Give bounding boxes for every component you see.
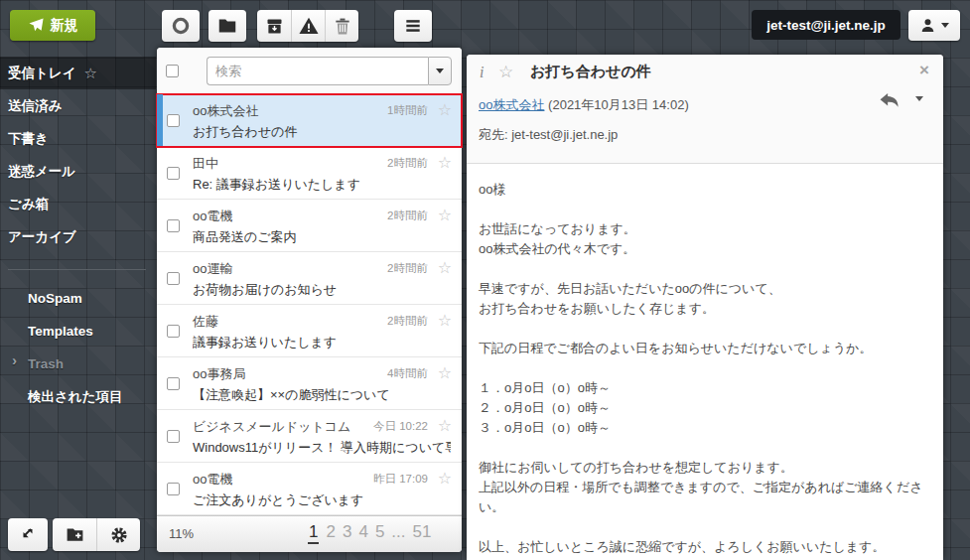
message-time: 2時間前 [387,314,428,329]
gear-icon [109,525,129,545]
message-time: 2時間前 [387,156,428,171]
folder-list: 受信トレイ ☆ 送信済み 下書き 迷惑メール ごみ箱 アーカイブ [0,57,156,253]
folder-label: 検出された項目 [28,388,122,406]
sidebar-folder-item[interactable]: 受信トレイ ☆ [0,57,156,89]
sidebar-extra-folder-item[interactable]: › Trash [0,348,156,380]
folder-settings-button[interactable] [96,518,140,551]
archive-button[interactable] [257,10,291,42]
message-checkbox[interactable] [167,377,180,390]
trash-icon [333,16,352,37]
message-list-item[interactable]: oo株式会社 お打ち合わせの件 1時間前 ☆ [157,94,462,147]
message-rows: oo株式会社 お打ち合わせの件 1時間前 ☆ 田中 Re: 議事録お送りいたしま… [157,94,462,515]
collapse-icon [19,526,37,544]
close-icon[interactable]: × [919,61,929,80]
reply-arrow-icon [879,92,901,109]
page-number[interactable]: 4 [358,522,367,544]
expand-arrow-icon[interactable]: › [12,351,17,368]
star-icon[interactable]: ☆ [498,62,513,82]
select-all-checkbox[interactable] [166,65,179,77]
folder-label: 受信トレイ [8,65,75,82]
message-subject: Windows11がリリース！ 導入時期について専... [193,439,451,457]
user-menu-button[interactable] [908,10,960,41]
message-time: 4時間前 [387,366,428,381]
star-icon[interactable]: ☆ [438,100,452,119]
message-time: 今日 10:22 [373,419,428,434]
paper-plane-icon [28,17,45,34]
reading-pane: i ☆ お打ち合わせの件 × oo株式会社 (2021年10月13日 14:02… [467,55,943,560]
delete-button[interactable] [325,10,358,42]
page-number[interactable]: 51 [413,522,432,544]
message-list-item[interactable]: ビジネスメールドットコム Windows11がリリース！ 導入時期について専..… [157,410,462,463]
quota-indicator: 11% [169,526,194,541]
message-subject: お打ち合わせの件 [530,63,651,81]
page-number[interactable]: 3 [343,522,351,544]
star-icon[interactable]: ☆ [438,469,452,488]
message-checkbox[interactable] [167,325,180,338]
sidebar-extra-folder-item[interactable]: Templates [0,315,156,348]
sidebar-extra-folder-item[interactable]: NoSpam [0,282,156,315]
page-number[interactable]: 2 [326,522,335,544]
reply-button[interactable] [879,92,901,109]
message-subject: 【注意喚起】××の脆弱性について [193,386,390,404]
reading-pane-header: i ☆ お打ち合わせの件 × oo株式会社 (2021年10月13日 14:02… [467,55,943,164]
search-options-button[interactable] [428,57,452,85]
move-to-folder-button[interactable] [208,10,246,42]
folder-label: アーカイブ [8,228,76,246]
message-checkbox[interactable] [167,219,180,232]
search-input[interactable] [207,57,428,85]
message-subject: お打ち合わせの件 [193,123,298,141]
page-number[interactable]: 1 [308,522,319,544]
star-icon[interactable]: ☆ [83,65,96,82]
spam-warning-icon [298,15,320,37]
message-checkbox[interactable] [167,430,180,443]
add-folder-button[interactable] [53,518,96,551]
message-checkbox[interactable] [167,114,180,127]
sender-link[interactable]: oo株式会社 [479,97,544,112]
refresh-button[interactable] [162,10,200,42]
message-body: oo様 お世話になっております。 oo株式会社の代々木です。 早速ですが、先日お… [467,164,943,560]
sidebar-folder-item[interactable]: ごみ箱 [0,188,156,220]
chevron-down-icon [915,96,923,118]
star-icon[interactable]: ☆ [438,153,452,172]
message-list-item[interactable]: oo電機 ご注文ありがとうございます 昨日 17:09 ☆ [157,463,462,515]
message-sender: oo電機 [193,208,232,225]
message-subject: 商品発送のご案内 [193,228,297,246]
sidebar-folder-item[interactable]: 下書き [0,122,156,155]
more-actions-button[interactable] [394,10,432,42]
mark-spam-button[interactable] [291,10,325,42]
extra-folder-list: NoSpam Templates › Trash 検出された項目 [0,282,156,413]
page-number[interactable]: ... [391,522,405,544]
chevron-down-icon [941,23,949,28]
menu-icon [403,16,423,36]
message-list-item[interactable]: oo運輸 お荷物お届けのお知らせ 2時間前 ☆ [157,252,462,305]
sidebar-extra-folder-item[interactable]: 検出された項目 [0,380,156,413]
folder-label: Trash [28,356,64,371]
sidebar-folder-item[interactable]: 送信済み [0,89,156,122]
message-subject: ご注文ありがとうございます [193,491,363,509]
message-list-header [157,48,462,94]
collapse-sidebar-button[interactable] [8,518,48,551]
message-list-item[interactable]: 佐藤 議事録お送りいたします 2時間前 ☆ [157,305,462,357]
pagination: 12345...51 [308,522,431,544]
message-sender: 田中 [193,155,218,173]
message-checkbox[interactable] [167,167,180,180]
message-checkbox[interactable] [167,272,180,285]
message-checkbox[interactable] [167,483,180,495]
compose-button[interactable]: 新規 [10,10,95,41]
sidebar-folder-item[interactable]: アーカイブ [0,220,156,253]
message-list-item[interactable]: 田中 Re: 議事録お送りいたします 2時間前 ☆ [157,147,462,200]
folder-label: 下書き [8,130,49,148]
page-number[interactable]: 5 [375,522,384,544]
star-icon[interactable]: ☆ [438,363,452,382]
star-icon[interactable]: ☆ [438,311,452,330]
to-line: 宛先: jet-test@ji.jet.ne.jp [479,126,618,144]
sidebar-folder-item[interactable]: 迷惑メール [0,155,156,188]
reply-options-button[interactable] [915,101,923,119]
star-icon[interactable]: ☆ [438,206,452,224]
message-list-item[interactable]: oo電機 商品発送のご案内 2時間前 ☆ [157,200,462,252]
star-icon[interactable]: ☆ [438,416,452,435]
message-list-item[interactable]: oo事務局 【注意喚起】××の脆弱性について 4時間前 ☆ [157,357,462,410]
message-sender: oo事務局 [193,365,245,383]
star-icon[interactable]: ☆ [438,258,452,277]
info-icon[interactable]: i [480,64,484,81]
